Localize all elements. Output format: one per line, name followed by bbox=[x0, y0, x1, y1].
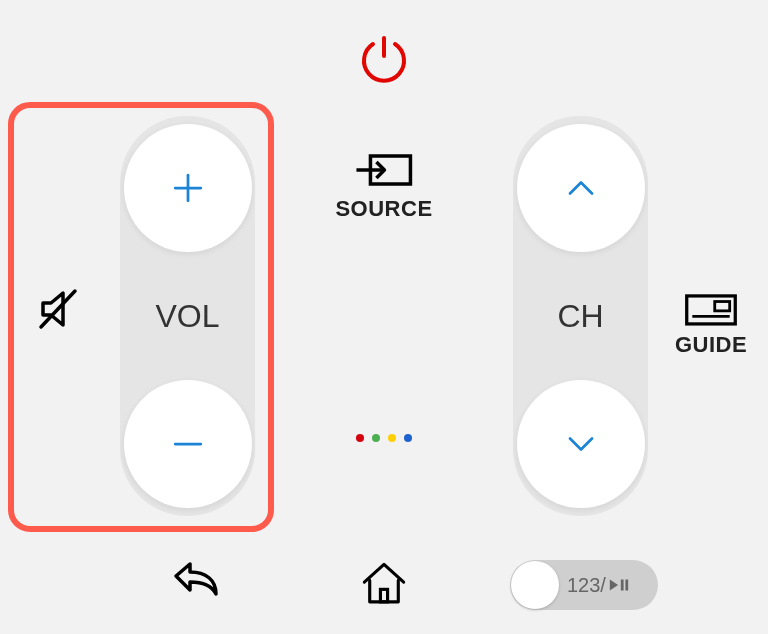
green-dot[interactable] bbox=[372, 434, 380, 442]
channel-up-button[interactable] bbox=[517, 124, 645, 252]
color-buttons[interactable] bbox=[356, 434, 412, 442]
channel-label: CH bbox=[557, 298, 603, 335]
mute-icon bbox=[35, 285, 83, 333]
guide-icon bbox=[683, 290, 739, 328]
volume-up-button[interactable] bbox=[124, 124, 252, 252]
volume-rocker: VOL bbox=[120, 116, 255, 516]
back-button[interactable] bbox=[168, 558, 224, 614]
home-button[interactable] bbox=[356, 556, 412, 612]
chevron-up-icon bbox=[559, 166, 603, 210]
red-dot[interactable] bbox=[356, 434, 364, 442]
svg-rect-11 bbox=[621, 580, 624, 591]
source-label: SOURCE bbox=[335, 196, 432, 222]
plus-icon bbox=[166, 166, 210, 210]
power-icon bbox=[357, 32, 411, 86]
svg-rect-12 bbox=[625, 580, 628, 591]
guide-button[interactable]: GUIDE bbox=[675, 290, 747, 358]
power-button[interactable] bbox=[357, 32, 411, 86]
home-icon bbox=[359, 559, 409, 609]
source-button[interactable]: SOURCE bbox=[335, 150, 432, 222]
volume-label: VOL bbox=[155, 298, 219, 335]
minus-icon bbox=[166, 422, 210, 466]
channel-down-button[interactable] bbox=[517, 380, 645, 508]
play-pause-icon bbox=[608, 577, 630, 593]
mute-button[interactable] bbox=[30, 280, 88, 338]
volume-down-button[interactable] bbox=[124, 380, 252, 508]
toggle-label: 123/ bbox=[567, 574, 630, 597]
chevron-down-icon bbox=[559, 422, 603, 466]
svg-rect-9 bbox=[380, 589, 387, 602]
toggle-knob bbox=[511, 561, 559, 609]
guide-label: GUIDE bbox=[675, 332, 747, 358]
channel-rocker: CH bbox=[513, 116, 648, 516]
svg-marker-10 bbox=[610, 580, 618, 591]
yellow-dot[interactable] bbox=[388, 434, 396, 442]
blue-dot[interactable] bbox=[404, 434, 412, 442]
svg-rect-7 bbox=[715, 302, 730, 311]
mode-toggle[interactable]: 123/ bbox=[510, 560, 658, 610]
source-icon bbox=[354, 150, 414, 190]
